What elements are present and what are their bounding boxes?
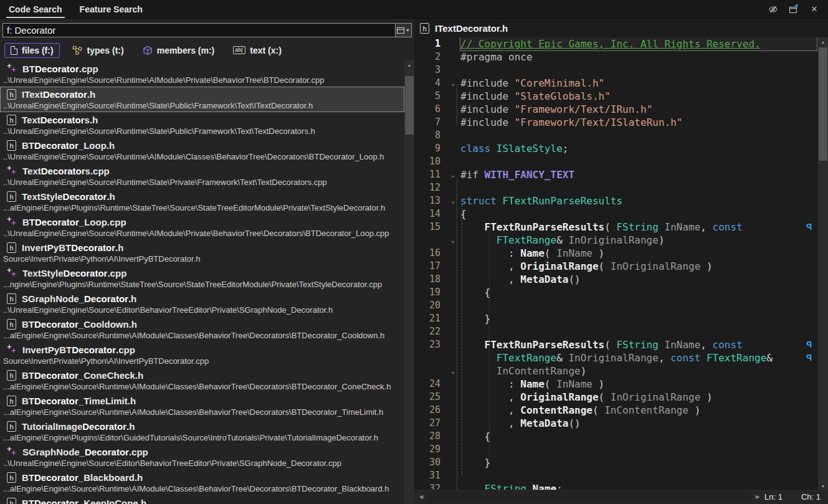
scroll-down-icon[interactable]: ▼ <box>818 482 828 490</box>
hide-preview-eye-slash-icon[interactable] <box>768 4 778 14</box>
popout-window-icon[interactable] <box>789 4 799 14</box>
search-input[interactable] <box>3 24 395 37</box>
result-item[interactable]: ++TextDecorators.cpp..\UnrealEngine\Engi… <box>0 163 404 189</box>
fold-arrow-icon[interactable]: ⌄ <box>445 234 460 247</box>
code-line[interactable]: 10 <box>414 155 818 168</box>
main-content: ▼ files (f:)types (t:)members (m:)ab|tex… <box>0 19 828 504</box>
result-item[interactable]: hBTDecorator_KeepInCone.h <box>0 495 404 504</box>
result-item[interactable]: hBTDecorator_Loop.h..\UnrealEngine\Engin… <box>0 138 404 163</box>
code-line[interactable]: ⌄ FTextRange& InOriginalRange) <box>414 234 818 247</box>
code-line[interactable]: 16 : Name( InName ) <box>414 247 818 260</box>
code-line[interactable]: 4⌄#include "CoreMinimal.h" <box>414 77 818 90</box>
result-item[interactable]: hTutorialImageDecorator.h...alEngine\Eng… <box>0 419 404 444</box>
code-line[interactable]: 27 , MetaData() <box>414 417 818 430</box>
line-number: 11 <box>414 168 445 181</box>
code-line[interactable]: 32 FString Name; <box>414 482 818 490</box>
tab-feature-search[interactable]: Feature Search <box>71 0 151 18</box>
code-line[interactable]: 11⌄#if WITH_FANCY_TEXT <box>414 168 818 181</box>
code-line[interactable]: 3 <box>414 64 818 77</box>
result-item[interactable]: hTextStyleDecorator.h...alEngine\Engine\… <box>0 189 404 214</box>
fold-arrow-icon[interactable]: ⌄ <box>445 364 460 378</box>
scroll-up-icon[interactable]: ▲ <box>404 60 414 69</box>
editor-scrollbar-thumb[interactable] <box>819 47 827 161</box>
code-area[interactable]: 1// Copyright Epic Games, Inc. All Right… <box>414 37 818 490</box>
line-number <box>414 234 445 247</box>
code-line[interactable]: FTextRange& InOriginalRange, const FText… <box>414 351 818 364</box>
scroll-left-icon[interactable]: ◀ <box>414 494 428 500</box>
filter-button-files[interactable]: files (f:) <box>4 43 60 58</box>
code-line[interactable]: 1// Copyright Epic Games, Inc. All Right… <box>414 37 818 50</box>
result-item[interactable]: ++InvertPyBTDecorator.cppSource\Invert\P… <box>0 342 404 368</box>
code-line[interactable]: 26 , ContentRange( InContentRange ) <box>414 404 818 417</box>
code-line[interactable]: 9class ISlateStyle; <box>414 142 818 155</box>
code-text: #include "Framework/Text/IRun.h" <box>460 103 817 116</box>
filter-button-members[interactable]: members (m:) <box>136 43 221 58</box>
code-line[interactable]: 25 , OriginalRange( InOriginalRange ) <box>414 391 818 404</box>
fold-gutter <box>445 207 460 221</box>
code-line[interactable]: 19 { <box>414 286 818 299</box>
result-item[interactable]: ++TextStyleDecorator.cpp...ngine\Engine\… <box>0 265 404 291</box>
result-item[interactable]: hTextDecorators.h..\UnrealEngine\Engine\… <box>0 112 404 138</box>
close-icon[interactable]: ✕ <box>809 4 819 14</box>
code-line[interactable]: 28 { <box>414 430 818 443</box>
code-line[interactable]: 5#include "SlateGlobals.h" <box>414 90 818 103</box>
result-item[interactable]: ++BTDecorator.cpp..\UnrealEngine\Engine\… <box>0 61 404 87</box>
code-line[interactable]: 14{ <box>414 207 818 221</box>
result-file-name: SGraphNode_Decorator.h <box>22 293 136 304</box>
code-line[interactable]: 30 } <box>414 456 818 469</box>
scroll-up-icon[interactable]: ▲ <box>818 37 828 46</box>
result-item[interactable]: ++BTDecorator_Loop.cpp..\UnrealEngine\En… <box>0 214 404 240</box>
result-file-name: BTDecorator_TimeLimit.h <box>22 396 136 406</box>
fold-arrow-icon[interactable]: ⌄ <box>445 194 460 207</box>
code-line[interactable]: ⌄ InContentRange) <box>414 364 818 378</box>
code-text: } <box>460 312 817 325</box>
code-line[interactable]: 23 FTextRunParseResults( FString InName,… <box>414 338 818 351</box>
code-line[interactable]: 24 : Name( InName ) <box>414 378 818 391</box>
code-line[interactable]: 22 <box>414 325 818 338</box>
result-item[interactable]: hBTDecorator_ConeCheck.h...alEngine\Engi… <box>0 368 404 393</box>
code-line[interactable]: 12 <box>414 181 818 194</box>
filter-button-text[interactable]: ab|text (x:) <box>227 43 288 58</box>
tab-code-search[interactable]: Code Search <box>0 0 71 18</box>
result-item[interactable]: hBTDecorator_Cooldown.h...alEngine\Engin… <box>0 316 404 342</box>
fold-arrow-icon[interactable]: ⌄ <box>445 168 460 181</box>
result-item[interactable]: hBTDecorator_Blackboard.h...alEngine\Eng… <box>0 470 404 495</box>
result-item[interactable]: hBTDecorator_TimeLimit.h...alEngine\Engi… <box>0 393 404 419</box>
code-line[interactable]: 17 , OriginalRange( InOriginalRange ) <box>414 260 818 273</box>
code-line[interactable]: 13⌄struct FTextRunParseResults <box>414 194 818 207</box>
code-line[interactable]: 15 FTextRunParseResults( FString InName,… <box>414 221 818 234</box>
result-item[interactable]: hSGraphNode_Decorator.h..\UnrealEngine\E… <box>0 291 404 316</box>
line-number: 3 <box>414 64 445 77</box>
code-editor[interactable]: 1// Copyright Epic Games, Inc. All Right… <box>414 37 828 490</box>
code-line[interactable]: 2#pragma once <box>414 50 818 64</box>
results-scrollbar[interactable]: ▲ ▼ <box>404 60 414 504</box>
result-name-row: hBTDecorator_TimeLimit.h <box>1 394 404 407</box>
tab-bar: Code Search Feature Search ✕ <box>0 0 828 19</box>
results-area: ++BTDecorator.cpp..\UnrealEngine\Engine\… <box>0 60 414 504</box>
text-abc-icon: ab| <box>233 46 245 54</box>
result-file-path: ...alEngine\Engine\Source\Runtime\AIModu… <box>1 484 404 493</box>
line-number: 20 <box>414 299 445 312</box>
code-line[interactable]: 18 , MetaData() <box>414 273 818 286</box>
result-file-name: ITextDecorator.h <box>22 89 95 100</box>
code-line[interactable]: 29 <box>414 443 818 456</box>
scroll-right-icon[interactable]: ▶ <box>751 494 764 500</box>
result-item[interactable]: hInvertPyBTDecorator.hSource\Invert\Priv… <box>0 240 404 265</box>
code-text: : Name( InName ) <box>460 378 817 391</box>
search-options-button[interactable]: ▼ <box>395 24 411 37</box>
fold-arrow-icon[interactable]: ⌄ <box>445 77 460 90</box>
code-line[interactable]: 7#include "Framework/Text/ISlateRun.h" <box>414 116 818 129</box>
editor-scrollbar[interactable]: ▲ ▼ <box>818 37 828 490</box>
horizontal-scrollbar-track[interactable] <box>428 492 751 502</box>
code-text: #include "Framework/Text/ISlateRun.h" <box>460 116 817 129</box>
results-scrollbar-thumb[interactable] <box>405 76 414 135</box>
code-line[interactable]: 8 <box>414 129 818 142</box>
code-line[interactable]: 20 <box>414 299 818 312</box>
code-line[interactable]: 6#include "Framework/Text/IRun.h" <box>414 103 818 116</box>
code-line[interactable]: 21 } <box>414 312 818 325</box>
result-item[interactable]: hITextDecorator.h..\UnrealEngine\Engine\… <box>0 87 404 112</box>
result-file-path: ..\UnrealEngine\Engine\Source\Runtime\Sl… <box>1 178 404 187</box>
filter-button-types[interactable]: types (t:) <box>66 43 130 58</box>
code-line[interactable]: 31 <box>414 469 818 482</box>
result-item[interactable]: ++SGraphNode_Decorator.cpp..\UnrealEngin… <box>0 444 404 470</box>
